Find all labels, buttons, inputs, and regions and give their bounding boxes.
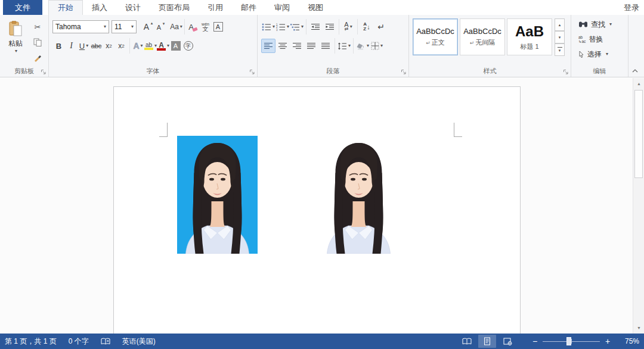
text-highlight-button[interactable]: ab ▾ <box>144 39 157 53</box>
copy-button[interactable] <box>31 36 44 48</box>
select-button[interactable]: 选择 ▾ <box>574 48 627 60</box>
language-indicator[interactable]: 英语(美国) <box>122 336 156 347</box>
paste-button[interactable]: 粘贴 ▾ <box>2 17 29 66</box>
superscript-button[interactable]: x2 <box>115 39 128 53</box>
tab-insert[interactable]: 插入 <box>83 0 116 15</box>
zoom-level[interactable]: 75% <box>617 337 639 345</box>
grow-font-button[interactable]: A▴ <box>140 20 153 34</box>
find-button[interactable]: 查找 ▾ <box>574 18 627 30</box>
replace-button[interactable]: ab ↳ac 替换 <box>574 33 627 45</box>
tab-page-layout[interactable]: 页面布局 <box>150 0 199 15</box>
format-painter-button[interactable] <box>31 52 44 64</box>
subscript-button[interactable]: x2 <box>103 39 115 53</box>
page-indicator[interactable]: 第 1 页，共 1 页 <box>5 336 57 347</box>
document-canvas[interactable]: ▲ ▼ <box>0 78 644 334</box>
change-case-dropdown-icon: ▾ <box>180 24 182 29</box>
multilevel-list-button[interactable]: ▾ <box>290 20 304 34</box>
line-spacing-button[interactable]: ▾ <box>337 39 351 53</box>
zoom-slider-thumb[interactable] <box>566 337 571 345</box>
tab-review[interactable]: 审阅 <box>265 0 299 15</box>
styles-scroll-down-button[interactable]: ▾ <box>555 31 565 43</box>
enclose-characters-button[interactable]: 字 <box>182 39 194 53</box>
align-center-button[interactable] <box>275 39 290 53</box>
text-effects-button[interactable]: A ▾ <box>132 39 144 53</box>
bullets-dropdown-icon: ▾ <box>273 24 275 29</box>
underline-button[interactable]: U ▾ <box>78 39 90 53</box>
paste-label: 粘贴 <box>8 39 23 49</box>
styles-more-button[interactable]: ▾ <box>555 43 565 56</box>
paste-dropdown-icon[interactable]: ▾ <box>15 49 17 54</box>
bullets-button[interactable]: ▾ <box>261 20 275 34</box>
document-page[interactable] <box>113 86 521 334</box>
shading-button[interactable]: ▾ <box>355 39 370 53</box>
grow-font-icon: A <box>144 22 149 32</box>
font-name-combo[interactable]: Tahoma ▾ <box>52 20 109 33</box>
asian-layout-button[interactable]: A ⇄ ▾ <box>341 20 355 34</box>
font-color-button[interactable]: A ▾ <box>157 39 169 53</box>
style-normal-name: 正文 <box>432 38 445 47</box>
character-shading-button[interactable]: A <box>169 39 182 53</box>
change-case-icon: Aa <box>170 23 179 31</box>
vertical-scrollbar[interactable]: ▲ ▼ <box>633 78 644 334</box>
font-size-combo[interactable]: 11 ▾ <box>112 20 137 33</box>
id-photo-white-background[interactable] <box>318 136 399 254</box>
cut-button[interactable]: ✂ <box>31 21 44 33</box>
style-heading1[interactable]: AaB 标题 1 <box>507 18 552 55</box>
scrollbar-thumb[interactable] <box>634 90 643 178</box>
styles-scroll-down-icon: ▾ <box>559 35 561 40</box>
italic-icon: I <box>70 41 73 51</box>
sign-in-button[interactable]: 登录 <box>624 0 639 15</box>
scrollbar-up-button[interactable]: ▲ <box>633 79 644 89</box>
zoom-slider[interactable] <box>543 337 600 345</box>
word-count[interactable]: 0 个字 <box>69 336 89 347</box>
sort-arrow: ↓ <box>367 24 370 30</box>
bold-button[interactable]: B <box>52 39 65 53</box>
zoom-in-icon: + <box>605 336 610 346</box>
web-layout-button[interactable] <box>499 335 516 348</box>
sort-button[interactable]: AZ ↓ <box>360 20 374 34</box>
underline-icon: U <box>79 42 85 51</box>
read-mode-button[interactable] <box>458 335 476 348</box>
tab-design[interactable]: 设计 <box>116 0 150 15</box>
borders-button[interactable]: ▾ <box>370 39 384 53</box>
zoom-in-button[interactable]: + <box>602 336 613 346</box>
tab-references[interactable]: 引用 <box>199 0 232 15</box>
asian-layout-arrows: ⇄ <box>345 27 349 31</box>
strikethrough-button[interactable]: abc <box>90 39 103 53</box>
copy-icon <box>33 38 42 46</box>
collapse-ribbon-button[interactable] <box>631 67 639 74</box>
increase-indent-button[interactable] <box>323 20 337 34</box>
numbering-button[interactable]: 123 ▾ <box>275 20 290 34</box>
scrollbar-down-button[interactable]: ▼ <box>633 323 644 333</box>
justify-button[interactable] <box>304 39 318 53</box>
italic-button[interactable]: I <box>65 39 78 53</box>
show-marks-button[interactable]: ↵ <box>374 20 388 34</box>
align-right-button[interactable] <box>290 39 304 53</box>
shrink-font-button[interactable]: A▾ <box>153 20 165 34</box>
styles-group-label: 样式 <box>409 67 571 76</box>
change-case-button[interactable]: Aa ▾ <box>170 20 182 34</box>
id-photo-blue-background[interactable] <box>177 136 258 254</box>
style-normal[interactable]: AaBbCcDc ↵正文 <box>413 18 458 55</box>
print-layout-button[interactable] <box>478 335 496 348</box>
group-font: Tahoma ▾ 11 ▾ A▴ A▾ Aa ▾ <box>49 15 258 77</box>
clipboard-dialog-launcher[interactable] <box>41 69 47 75</box>
align-left-button[interactable] <box>261 39 275 53</box>
proofing-status[interactable] <box>101 338 110 345</box>
style-no-spacing[interactable]: AaBbCcDc ↵无间隔 <box>460 18 505 55</box>
decrease-indent-button[interactable] <box>308 20 323 34</box>
tab-view[interactable]: 视图 <box>299 0 332 15</box>
editing-group-label: 编辑 <box>571 67 628 76</box>
distribute-button[interactable] <box>318 39 333 53</box>
phonetic-guide-button[interactable]: wén 文 <box>199 20 212 34</box>
zoom-out-button[interactable]: − <box>530 336 540 346</box>
paragraph-dialog-launcher[interactable] <box>401 69 407 75</box>
styles-dialog-launcher[interactable] <box>563 69 569 75</box>
tab-file[interactable]: 文件 <box>3 0 42 15</box>
tab-mailings[interactable]: 邮件 <box>232 0 265 15</box>
font-dialog-launcher[interactable] <box>249 69 255 75</box>
tab-home[interactable]: 开始 <box>48 0 83 15</box>
character-border-button[interactable]: A <box>212 20 224 34</box>
clear-formatting-button[interactable]: A <box>187 20 199 34</box>
styles-scroll-up-button[interactable]: ▴ <box>555 18 565 31</box>
